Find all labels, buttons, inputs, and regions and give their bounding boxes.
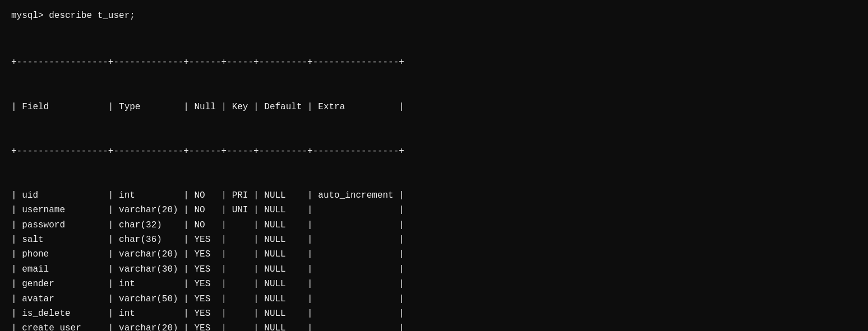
separator-top: +-----------------+-------------+------+…: [11, 55, 857, 69]
terminal-window: mysql> describe t_user; +---------------…: [11, 9, 857, 331]
table-row: | gender | int | YES | | NULL | |: [11, 277, 857, 291]
table-row: | uid | int | NO | PRI | NULL | auto_inc…: [11, 188, 857, 203]
separator-mid: +-----------------+-------------+------+…: [11, 144, 857, 158]
table-row: | avatar | varchar(50) | YES | | NULL | …: [11, 292, 857, 306]
table-row: | create_user | varchar(20) | YES | | NU…: [11, 321, 857, 331]
table-header: | Field | Type | Null | Key | Default | …: [11, 100, 857, 114]
table-output: +-----------------+-------------+------+…: [11, 26, 857, 331]
table-row: | email | varchar(30) | YES | | NULL | |: [11, 262, 857, 277]
table-row: | username | varchar(20) | NO | UNI | NU…: [11, 203, 857, 217]
table-row: | phone | varchar(20) | YES | | NULL | |: [11, 247, 857, 262]
prompt-line: mysql> describe t_user;: [11, 9, 857, 24]
table-row: | password | char(32) | NO | | NULL | |: [11, 218, 857, 232]
table-rows-container: | uid | int | NO | PRI | NULL | auto_inc…: [11, 188, 857, 331]
table-row: | is_delete | int | YES | | NULL | |: [11, 306, 857, 321]
table-row: | salt | char(36) | YES | | NULL | |: [11, 232, 857, 247]
